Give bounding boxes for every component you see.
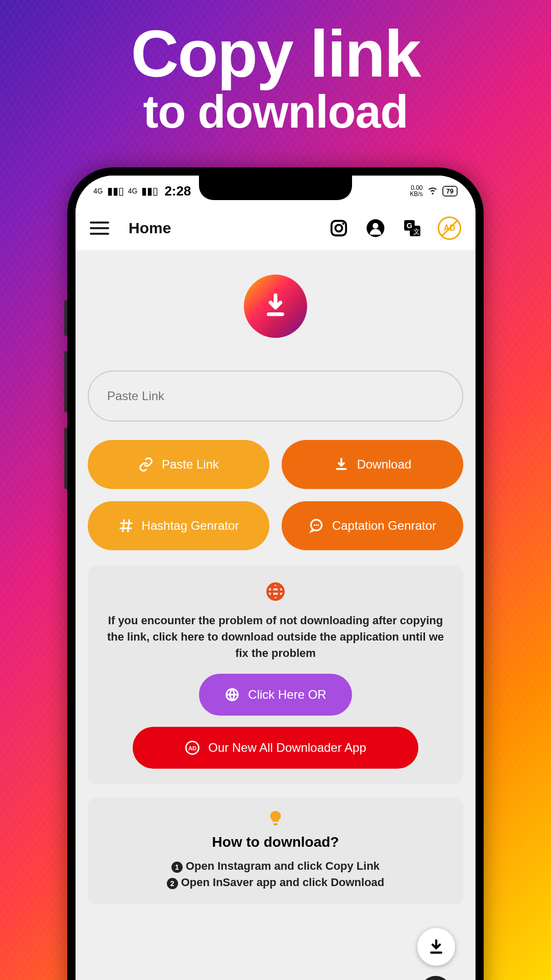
ad-badge-icon: AD [185,740,200,755]
net-speed: 0.00KB/s [410,185,422,197]
caption-label: Captation Genrator [332,519,436,533]
app-header: Home G文 AD [76,206,475,250]
howto-step-1: 1Open Instagram and click Copy Link [100,860,451,873]
status-time: 2:28 [164,183,191,199]
floating-download-button[interactable] [417,928,455,966]
notch [199,176,352,200]
menu-button[interactable] [90,222,109,235]
signal-1-label: 4G [93,187,103,195]
svg-point-13 [317,524,319,526]
hashtag-icon [118,518,134,533]
chat-icon [309,518,324,533]
fallback-text: If you encounter the problem of not down… [100,612,451,662]
promo-line2: to download [0,87,551,137]
svg-point-2 [342,223,344,225]
app-logo [244,275,307,338]
click-here-label: Click Here OR [248,688,326,702]
download-icon [334,457,349,472]
link-icon [138,457,154,472]
new-app-label: Our New All Downloader App [208,741,366,755]
no-ads-icon[interactable]: AD [438,216,461,240]
paste-link-label: Paste Link [162,457,219,472]
howto-step-2: 2Open InSaver app and click Download [100,876,451,889]
translate-icon[interactable]: G文 [401,217,423,239]
account-icon[interactable] [364,217,387,239]
hashtag-label: Hashtag Genrator [142,519,239,533]
svg-text:AD: AD [188,745,196,751]
download-icon [428,938,445,955]
svg-point-11 [314,524,315,526]
paste-link-button[interactable]: Paste Link [88,440,269,489]
svg-text:G: G [407,222,412,230]
click-here-button[interactable]: Click Here OR [199,674,352,716]
download-button[interactable]: Download [282,440,463,489]
svg-point-1 [335,225,342,231]
web-icon [224,687,240,702]
new-app-button[interactable]: AD Our New All Downloader App [133,727,418,769]
hashtag-generator-button[interactable]: Hashtag Genrator [88,501,269,550]
howto-card: How to download? 1Open Instagram and cli… [88,797,463,904]
globe-icon [100,581,451,604]
floating-game-button[interactable] [420,976,451,980]
signal-bars-icon: ▮▮▯ [107,185,124,197]
svg-rect-9 [267,312,284,316]
svg-point-12 [315,524,317,526]
promo-title: Copy link to download [0,20,551,137]
phone-frame: 4G ▮▮▯ 4G ▮▮▯ 2:28 0.00KB/s 79 Home [67,167,484,980]
svg-text:文: 文 [413,228,420,235]
svg-point-4 [372,223,378,229]
caption-generator-button[interactable]: Captation Genrator [282,501,463,550]
promo-line1: Copy link [0,20,551,87]
signal-2-label: 4G [128,187,138,195]
signal-bars-icon-2: ▮▮▯ [141,185,158,197]
link-input[interactable] [88,371,463,422]
page-title: Home [129,219,171,237]
download-label: Download [357,457,412,472]
lightbulb-icon [100,810,451,829]
instagram-icon[interactable] [328,217,350,239]
howto-title: How to download? [100,834,451,850]
battery-indicator: 79 [442,186,458,197]
phone-screen: 4G ▮▮▯ 4G ▮▮▯ 2:28 0.00KB/s 79 Home [76,176,475,980]
fallback-card: If you encounter the problem of not down… [88,566,463,784]
wifi-icon [427,184,438,198]
